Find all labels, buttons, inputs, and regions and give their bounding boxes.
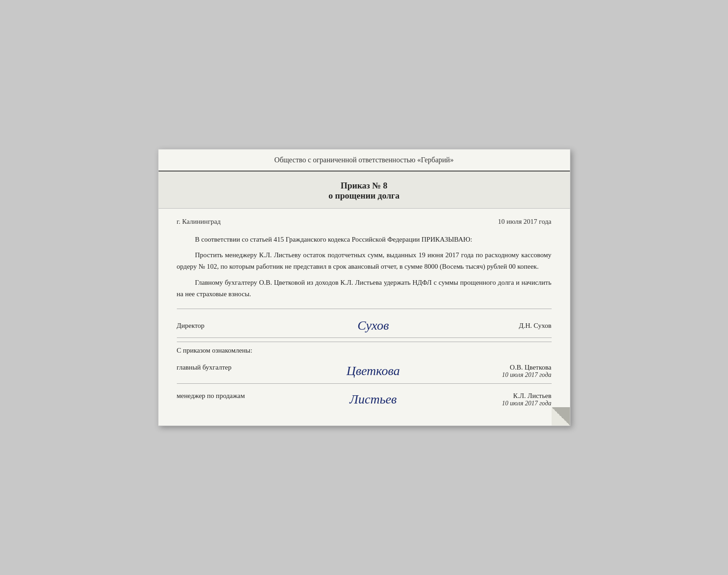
document-title-section: Приказ № 8 о прощении долга [159,171,570,209]
chief-accountant-signature-row: главный бухгалтер Цветкова О.В. Цветкова… [177,359,552,384]
order-title-line2: о прощении долга [177,191,552,201]
chief-accountant-name: О.В. Цветкова [451,364,552,371]
manager-signature-row: менеджер по продажам Листьев К.Л. Листье… [177,387,552,412]
chief-accountant-name-date: О.В. Цветкова 10 июля 2017 года [451,364,552,379]
manager-signature-image: Листьев [296,392,451,407]
chief-accountant-sig-date: 10 июля 2017 года [451,371,552,379]
document-date: 10 июля 2017 года [498,218,552,226]
body-paragraph-3: Главному бухгалтеру О.В. Цветковой из до… [177,277,552,300]
director-role: Директор [177,322,296,330]
document-header: Общество с ограниченной ответственностью… [159,149,570,171]
director-name: Д.Н. Сухов [451,322,552,330]
body-paragraph-1: В соответствии со статьей 415 Гражданско… [177,234,552,245]
manager-name-date: К.Л. Листьев 10 июля 2017 года [451,392,552,407]
manager-sig-date: 10 июля 2017 года [451,400,552,407]
document-body: г. Калининград 10 июля 2017 года В соотв… [159,209,570,426]
director-signature-row: Директор Сухов Д.Н. Сухов [177,315,552,338]
chief-accountant-signature-image: Цветкова [296,364,451,378]
body-paragraph-2: Простить менеджеру К.Л. Листьеву остаток… [177,249,552,272]
acquaint-notice: С приказом ознакомлены: [177,342,552,354]
document: Общество с ограниченной ответственностью… [158,149,570,426]
location-date-row: г. Калининград 10 июля 2017 года [177,218,552,226]
director-signature-image: Сухов [296,318,451,333]
manager-name: К.Л. Листьев [451,392,552,400]
company-name: Общество с ограниченной ответственностью… [274,156,454,164]
document-location: г. Калининград [177,218,221,226]
order-title-line1: Приказ № 8 [177,181,552,191]
chief-accountant-role: главный бухгалтер [177,364,296,371]
manager-role: менеджер по продажам [177,392,296,400]
signatures-section: Директор Сухов Д.Н. Сухов С приказом озн… [177,309,552,412]
